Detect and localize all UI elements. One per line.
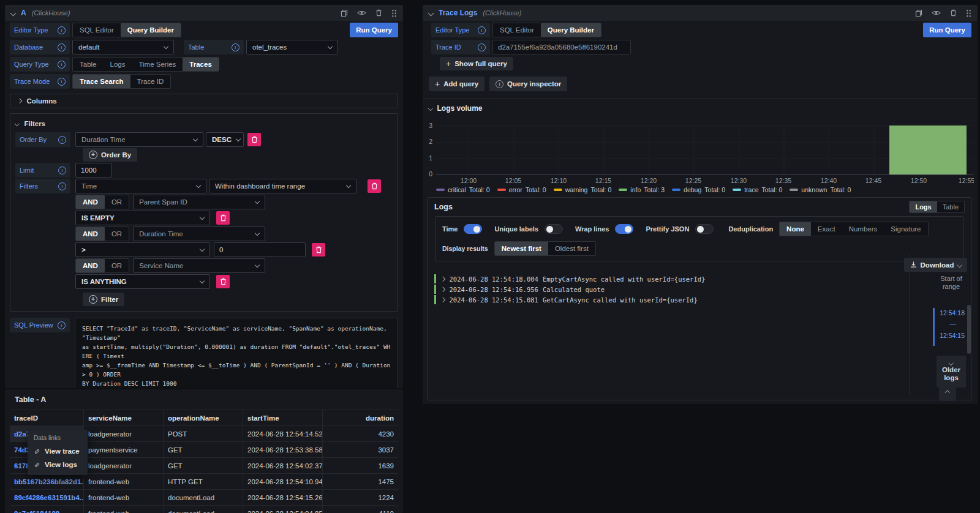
option-table[interactable]: Table xyxy=(73,58,104,71)
download-button[interactable]: Download xyxy=(904,258,967,272)
trace-id-input[interactable] xyxy=(492,40,631,54)
wrap-lines-toggle[interactable] xyxy=(615,224,633,234)
collapse-panel-icon[interactable] xyxy=(428,10,434,16)
column-header-traceid[interactable]: traceID xyxy=(10,410,84,425)
scrollbar[interactable] xyxy=(967,305,971,354)
option-sql-editor[interactable]: SQL Editor xyxy=(493,23,541,37)
logs-volume-section-header[interactable]: Logs volume xyxy=(429,104,483,113)
bar-info-1250[interactable] xyxy=(889,125,967,174)
filter-operator-select[interactable]: > xyxy=(75,242,210,257)
option-none[interactable]: None xyxy=(780,222,811,236)
filter-field-select[interactable]: Parent Span ID xyxy=(133,195,265,209)
legend-item-debug[interactable]: debugTotal: 0 xyxy=(672,186,725,193)
limit-input[interactable] xyxy=(75,163,112,178)
trace-id-link[interactable]: 89cf4286e631591b4... xyxy=(14,494,84,501)
option-traces[interactable]: Traces xyxy=(183,58,218,71)
log-row[interactable]: 2024-06-28 12:54:15.081 GetCartAsync cal… xyxy=(434,294,705,305)
info-icon[interactable] xyxy=(58,43,66,51)
option-sql-editor[interactable]: SQL Editor xyxy=(73,23,121,37)
menu-item-view-trace[interactable]: View trace xyxy=(28,444,88,458)
option-time-series[interactable]: Time Series xyxy=(132,58,183,71)
legend-item-warning[interactable]: warningTotal: 0 xyxy=(554,186,612,193)
filters-section-header[interactable]: Filters xyxy=(15,119,393,129)
log-row[interactable]: 2024-06-28 12:54:18.004 EmptyCartAsync c… xyxy=(434,274,705,284)
column-header-starttime[interactable]: startTime xyxy=(243,410,323,425)
expand-log-icon[interactable] xyxy=(440,277,445,282)
collapse-panel-icon[interactable] xyxy=(10,10,17,16)
timeline-oldest-timestamp[interactable]: 12:54:15 xyxy=(940,332,965,339)
info-icon[interactable] xyxy=(58,61,66,69)
remove-filter-button[interactable] xyxy=(216,211,230,225)
info-icon[interactable] xyxy=(478,43,486,51)
logs-navigation-timeline[interactable]: 12:54:18 — 12:54:15 xyxy=(933,308,965,346)
panel-title[interactable]: Trace Logs xyxy=(439,9,477,17)
table-select[interactable]: otel_traces xyxy=(246,40,338,54)
option-query-builder[interactable]: Query Builder xyxy=(121,23,181,37)
info-icon[interactable] xyxy=(478,26,486,34)
panel-title[interactable]: A xyxy=(21,9,26,17)
filter-field-select[interactable]: Duration Time xyxy=(133,227,265,241)
option-logs[interactable]: Logs xyxy=(104,58,132,71)
trash-icon[interactable] xyxy=(375,9,382,17)
info-icon[interactable] xyxy=(58,26,66,34)
option-and[interactable]: AND xyxy=(76,227,105,241)
option-table-view[interactable]: Table xyxy=(937,201,964,212)
info-icon[interactable] xyxy=(58,182,66,190)
eye-icon[interactable] xyxy=(932,10,941,16)
columns-section-header[interactable]: Columns xyxy=(10,94,398,108)
filter-operator-select[interactable]: IS ANYTHING xyxy=(75,274,210,289)
column-header-operationname[interactable]: operationName xyxy=(164,410,243,425)
show-full-query-button[interactable]: Show full query xyxy=(440,57,513,70)
trash-icon[interactable] xyxy=(950,9,957,17)
option-signature[interactable]: Signature xyxy=(884,222,927,236)
option-query-builder[interactable]: Query Builder xyxy=(541,23,601,37)
info-icon[interactable] xyxy=(58,321,66,329)
trace-id-link[interactable]: 9a7af6184188... xyxy=(14,510,66,513)
option-logs-view[interactable]: Logs xyxy=(910,201,937,212)
option-numbers[interactable]: Numbers xyxy=(842,222,884,236)
duplicate-icon[interactable] xyxy=(915,9,922,17)
older-logs-button[interactable]: Older logs xyxy=(937,356,966,388)
legend-item-trace[interactable]: traceTotal: 0 xyxy=(733,186,782,193)
menu-item-view-logs[interactable]: View logs xyxy=(28,458,88,471)
drag-handle-icon[interactable] xyxy=(966,9,971,17)
trace-id-link[interactable]: bb5167b236bfa82d1... xyxy=(14,478,84,485)
order-by-direction-select[interactable]: DESC xyxy=(206,132,244,147)
query-inspector-button[interactable]: Query inspector xyxy=(489,77,567,91)
option-or[interactable]: OR xyxy=(105,259,129,272)
info-icon[interactable] xyxy=(58,136,66,144)
logs-volume-chart[interactable] xyxy=(436,125,974,175)
database-select[interactable]: default xyxy=(72,40,174,54)
duplicate-icon[interactable] xyxy=(341,9,348,17)
filter-field-select[interactable]: Time xyxy=(75,179,206,193)
option-exact[interactable]: Exact xyxy=(811,222,842,236)
add-query-button[interactable]: Add query xyxy=(429,77,484,91)
option-and[interactable]: AND xyxy=(76,259,105,272)
option-or[interactable]: OR xyxy=(105,195,129,209)
filter-operator-select[interactable]: Within dashboard time range xyxy=(209,179,356,193)
filter-operator-select[interactable]: IS EMPTY xyxy=(75,211,210,225)
unique-labels-toggle[interactable] xyxy=(545,224,563,234)
drag-handle-icon[interactable] xyxy=(391,9,397,17)
column-header-servicename[interactable]: serviceName xyxy=(84,410,164,425)
remove-order-by-button[interactable] xyxy=(247,133,261,146)
timeline-newest-timestamp[interactable]: 12:54:18 xyxy=(940,309,965,316)
add-filter-button[interactable]: Filter xyxy=(83,293,124,306)
run-query-button[interactable]: Run Query xyxy=(923,23,971,37)
expand-log-icon[interactable] xyxy=(440,298,445,302)
legend-item-critical[interactable]: criticalTotal: 0 xyxy=(436,186,490,193)
add-order-by-button[interactable]: Order By xyxy=(83,148,137,162)
option-and[interactable]: AND xyxy=(76,195,105,209)
filter-value-input[interactable] xyxy=(214,242,306,257)
prettify-json-toggle[interactable] xyxy=(695,224,714,234)
run-query-button[interactable]: Run Query xyxy=(350,23,398,37)
info-icon[interactable] xyxy=(58,167,66,174)
legend-item-error[interactable]: errorTotal: 0 xyxy=(497,186,546,193)
option-trace-id[interactable]: Trace ID xyxy=(130,75,171,88)
scroll-to-top-button[interactable] xyxy=(939,385,956,401)
eye-icon[interactable] xyxy=(357,10,366,16)
remove-filter-button[interactable] xyxy=(312,243,325,256)
option-or[interactable]: OR xyxy=(105,227,129,241)
legend-item-unknown[interactable]: unknownTotal: 0 xyxy=(790,186,851,193)
legend-item-info[interactable]: infoTotal: 3 xyxy=(619,186,665,193)
